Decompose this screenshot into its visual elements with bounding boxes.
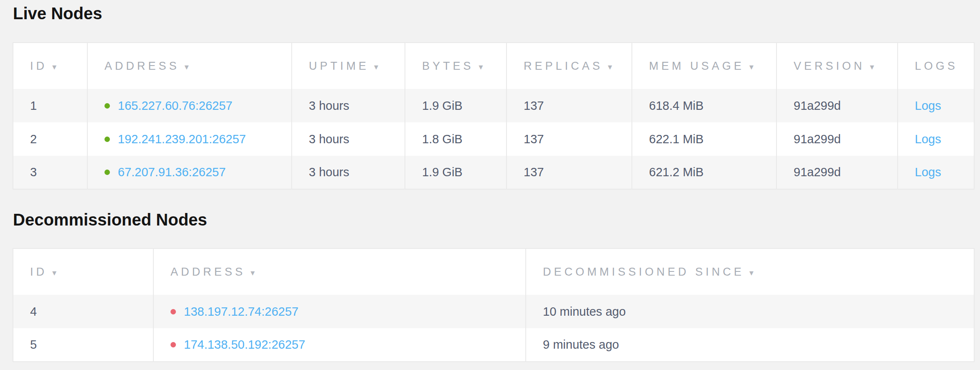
logs-link[interactable]: Logs — [915, 132, 941, 146]
column-header-address[interactable]: ADDRESS▾ — [153, 248, 526, 295]
column-header-address[interactable]: ADDRESS▾ — [87, 43, 292, 89]
address-link[interactable]: 138.197.12.74:26257 — [184, 305, 298, 319]
node-address-cell: 138.197.12.74:26257 — [153, 295, 526, 328]
column-header-bytes[interactable]: BYTES▾ — [405, 43, 507, 89]
column-header-id[interactable]: ID▾ — [13, 248, 153, 295]
column-header-label: ADDRESS — [104, 60, 180, 72]
sort-arrow-icon: ▾ — [749, 62, 753, 71]
column-header-version[interactable]: VERSION▾ — [776, 43, 898, 89]
decommissioned-since-cell: 10 minutes ago — [526, 295, 974, 328]
column-header-replicas[interactable]: REPLICAS▾ — [507, 43, 632, 89]
decommissioned-nodes-section: Decommissioned Nodes ID▾ ADDRESS▾ DECOMM… — [0, 210, 980, 362]
live-status-icon — [104, 170, 110, 175]
live-status-icon — [104, 137, 110, 142]
uptime-cell: 3 hours — [292, 89, 405, 122]
column-header-label: REPLICAS — [524, 60, 603, 72]
live-nodes-table: ID▾ ADDRESS▾ UPTIME▾ BYTES▾ REPLICAS▾ ME… — [13, 42, 975, 190]
node-id-cell: 4 — [13, 295, 153, 328]
column-header-label: LOGS — [915, 60, 958, 72]
sort-arrow-icon: ▾ — [185, 62, 189, 71]
sort-arrow-icon: ▾ — [52, 62, 56, 71]
bytes-cell: 1.9 GiB — [405, 89, 507, 122]
column-header-id[interactable]: ID▾ — [13, 43, 87, 89]
live-nodes-section: Live Nodes ID▾ ADDRESS▾ UPTIME▾ BYTES▾ R… — [0, 3, 980, 190]
node-id-cell: 5 — [13, 328, 153, 362]
column-header-label: BYTES — [422, 60, 474, 72]
column-header-label: VERSION — [794, 60, 865, 72]
column-header-uptime[interactable]: UPTIME▾ — [292, 43, 405, 89]
sort-arrow-icon: ▾ — [251, 268, 255, 277]
address-link[interactable]: 192.241.239.201:26257 — [118, 132, 246, 146]
mem-usage-cell: 621.2 MiB — [632, 156, 776, 189]
sort-arrow-icon: ▾ — [479, 62, 483, 71]
uptime-cell: 3 hours — [292, 156, 405, 189]
logs-cell: Logs — [898, 156, 974, 189]
column-header-label: ID — [30, 266, 47, 278]
version-cell: 91a299d — [776, 89, 898, 122]
column-header-label: DECOMMISSIONED SINCE — [543, 266, 744, 278]
table-row: 5 174.138.50.192:26257 9 minutes ago — [13, 328, 974, 362]
table-header-row: ID▾ ADDRESS▾ DECOMMISSIONED SINCE▾ — [13, 248, 974, 295]
node-address-cell: 67.207.91.36:26257 — [87, 156, 292, 189]
sort-arrow-icon: ▾ — [608, 62, 612, 71]
mem-usage-cell: 618.4 MiB — [632, 89, 776, 122]
node-id-cell: 3 — [13, 156, 87, 189]
column-header-label: MEM USAGE — [649, 60, 744, 72]
live-status-icon — [104, 103, 110, 109]
sort-arrow-icon: ▾ — [374, 62, 378, 71]
address-link[interactable]: 174.138.50.192:26257 — [184, 338, 305, 352]
address-link[interactable]: 67.207.91.36:26257 — [118, 165, 226, 179]
address-link[interactable]: 165.227.60.76:26257 — [118, 99, 232, 113]
decommissioned-since-cell: 9 minutes ago — [526, 328, 974, 362]
table-row: 1 165.227.60.76:26257 3 hours 1.9 GiB 13… — [13, 89, 974, 122]
version-cell: 91a299d — [776, 122, 898, 156]
table-row: 2 192.241.239.201:26257 3 hours 1.8 GiB … — [13, 122, 974, 156]
live-nodes-title: Live Nodes — [13, 3, 980, 23]
replicas-cell: 137 — [507, 89, 632, 122]
bytes-cell: 1.8 GiB — [405, 122, 507, 156]
column-header-mem-usage[interactable]: MEM USAGE▾ — [632, 43, 776, 89]
version-cell: 91a299d — [776, 156, 898, 189]
node-id-cell: 1 — [13, 89, 87, 122]
decommissioned-nodes-table: ID▾ ADDRESS▾ DECOMMISSIONED SINCE▾ 4 138… — [13, 248, 975, 362]
column-header-label: ID — [30, 60, 47, 72]
decommissioned-nodes-title: Decommissioned Nodes — [13, 210, 980, 230]
logs-link[interactable]: Logs — [915, 99, 941, 112]
bytes-cell: 1.9 GiB — [405, 156, 507, 189]
replicas-cell: 137 — [507, 122, 632, 156]
logs-cell: Logs — [898, 122, 974, 156]
table-header-row: ID▾ ADDRESS▾ UPTIME▾ BYTES▾ REPLICAS▾ ME… — [13, 43, 974, 89]
node-address-cell: 165.227.60.76:26257 — [87, 89, 292, 122]
column-header-logs: LOGS — [898, 43, 974, 89]
node-address-cell: 192.241.239.201:26257 — [87, 122, 292, 156]
node-id-cell: 2 — [13, 122, 87, 156]
column-header-decommissioned-since[interactable]: DECOMMISSIONED SINCE▾ — [526, 248, 974, 295]
sort-arrow-icon: ▾ — [870, 62, 874, 71]
uptime-cell: 3 hours — [292, 122, 405, 156]
logs-cell: Logs — [898, 89, 974, 122]
mem-usage-cell: 622.1 MiB — [632, 122, 776, 156]
sort-arrow-icon: ▾ — [52, 268, 56, 277]
decommissioned-status-icon — [171, 342, 176, 347]
sort-arrow-icon: ▾ — [749, 268, 753, 277]
decommissioned-status-icon — [171, 309, 176, 314]
table-row: 4 138.197.12.74:26257 10 minutes ago — [13, 295, 974, 328]
column-header-label: ADDRESS — [171, 266, 246, 278]
logs-link[interactable]: Logs — [915, 165, 941, 179]
table-row: 3 67.207.91.36:26257 3 hours 1.9 GiB 137… — [13, 156, 974, 189]
replicas-cell: 137 — [507, 156, 632, 189]
node-address-cell: 174.138.50.192:26257 — [153, 328, 526, 362]
column-header-label: UPTIME — [309, 60, 369, 72]
